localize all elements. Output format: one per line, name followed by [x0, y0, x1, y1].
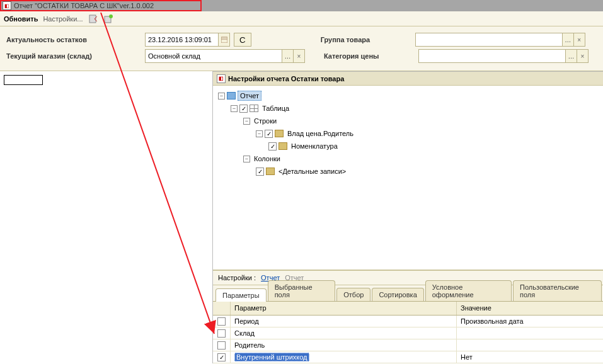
- settings-button[interactable]: Настройки...: [43, 15, 83, 23]
- refresh-button[interactable]: Обновить: [4, 15, 38, 23]
- rows-icon: [266, 168, 275, 175]
- row-param[interactable]: Период: [231, 316, 457, 327]
- group-label: Группа товара: [321, 36, 396, 43]
- tree-table[interactable]: − ✓ Таблица: [218, 102, 598, 115]
- settings-panel-title: ◧ Настройки отчета Остатки товара: [213, 72, 603, 86]
- report-output-panel: [0, 71, 213, 363]
- row-checkbox[interactable]: [217, 341, 226, 350]
- group-input[interactable]: [416, 33, 562, 46]
- action-icon-1[interactable]: [88, 14, 98, 24]
- collapse-icon[interactable]: −: [256, 130, 263, 137]
- grid-row[interactable]: Период Произвольная дата: [213, 316, 603, 327]
- svg-point-2: [109, 14, 113, 18]
- checkbox-icon[interactable]: ✓: [268, 142, 277, 151]
- row-value[interactable]: Произвольная дата: [457, 316, 603, 327]
- tree-row2-label[interactable]: Номенклатура: [289, 142, 340, 151]
- row-param[interactable]: Внутренний штрихкод: [231, 351, 457, 363]
- row-checkbox[interactable]: [217, 317, 226, 326]
- collapse-icon[interactable]: −: [218, 93, 225, 100]
- tree-col1-label[interactable]: <Детальные записи>: [277, 167, 348, 176]
- tab-filter[interactable]: Отбор: [336, 288, 370, 301]
- tab-user-fields[interactable]: Пользовательские поля: [513, 280, 602, 301]
- checkbox-icon[interactable]: ✓: [265, 130, 273, 138]
- row-value[interactable]: [457, 327, 603, 339]
- tree-col-1[interactable]: ✓ <Детальные записи>: [218, 165, 598, 178]
- rows-icon: [275, 130, 284, 137]
- tree-cols-label[interactable]: Колонки: [252, 154, 282, 163]
- tab-sort[interactable]: Сортировка: [372, 288, 423, 301]
- c-button[interactable]: С: [234, 33, 251, 47]
- tree-root[interactable]: − Отчет: [218, 89, 598, 102]
- collapse-icon[interactable]: −: [243, 156, 250, 162]
- settings-bar-label: Настройки :: [218, 274, 256, 282]
- window-version: ver.1.0.002: [120, 2, 154, 9]
- panel-icon: ◧: [217, 74, 226, 83]
- row-value[interactable]: [457, 339, 603, 351]
- grid-row[interactable]: ✓ Внутренний штрихкод Нет: [213, 351, 603, 363]
- group-input-wrap: … ×: [415, 33, 585, 47]
- price-cat-input[interactable]: [419, 50, 565, 62]
- actuality-input-wrap: [145, 33, 230, 47]
- report-cell[interactable]: [4, 75, 43, 85]
- row-checkbox[interactable]: ✓: [217, 353, 226, 361]
- params-grid: Параметр Значение Период Произвольная да…: [213, 302, 603, 363]
- table-icon: [250, 105, 258, 112]
- row-param[interactable]: Склад: [231, 327, 457, 339]
- row-value[interactable]: Нет: [457, 351, 603, 363]
- price-cat-clear-icon[interactable]: ×: [577, 50, 588, 62]
- settings-panel-title-text: Настройки отчета Остатки товара: [228, 75, 344, 82]
- price-cat-input-wrap: … ×: [418, 49, 589, 63]
- grid-row[interactable]: Склад: [213, 327, 603, 339]
- structure-tree: − Отчет − ✓ Таблица − Строки − ✓ Влад це…: [213, 86, 603, 270]
- group-clear-icon[interactable]: ×: [573, 33, 585, 46]
- price-cat-label: Категория цены: [324, 52, 399, 60]
- body-area: ◧ Настройки отчета Остатки товара − Отче…: [0, 71, 603, 363]
- actuality-input[interactable]: [146, 33, 218, 46]
- tree-root-label[interactable]: Отчет: [238, 91, 261, 101]
- tree-cols[interactable]: − Колонки: [218, 152, 598, 165]
- store-lookup-icon[interactable]: …: [282, 50, 293, 62]
- group-lookup-icon[interactable]: …: [562, 33, 573, 46]
- tree-rows-label[interactable]: Строки: [252, 117, 279, 125]
- tree-rows[interactable]: − Строки: [218, 115, 598, 127]
- filters-panel: Актуальность остатков С Группа товара … …: [0, 26, 603, 71]
- row-checkbox[interactable]: [217, 329, 226, 338]
- grid-col-check: [213, 302, 231, 315]
- store-input[interactable]: [146, 50, 282, 62]
- store-label: Текущий магазин (склад): [6, 52, 145, 60]
- report-icon: [227, 92, 236, 100]
- store-input-wrap: … ×: [145, 49, 305, 63]
- svg-rect-3: [221, 37, 227, 43]
- main-toolbar: Обновить Настройки...: [0, 11, 603, 26]
- checkbox-icon[interactable]: ✓: [239, 105, 248, 113]
- tree-row-2[interactable]: ✓ Номенклатура: [218, 140, 598, 152]
- calendar-icon[interactable]: [218, 33, 229, 46]
- grid-col-value[interactable]: Значение: [457, 302, 603, 315]
- tree-row-1[interactable]: − ✓ Влад цена.Родитель: [218, 127, 598, 140]
- grid-header: Параметр Значение: [213, 302, 603, 316]
- collapse-icon[interactable]: −: [231, 105, 238, 112]
- tree-row1-label[interactable]: Влад цена.Родитель: [285, 129, 355, 138]
- rows-icon: [279, 142, 287, 150]
- actuality-label: Актуальность остатков: [6, 36, 145, 43]
- row-param[interactable]: Родитель: [231, 339, 457, 351]
- tabs-bar: Параметры Выбранные поля Отбор Сортировк…: [213, 285, 603, 302]
- tab-selected-fields[interactable]: Выбранные поля: [268, 280, 336, 301]
- app-icon: ◧: [3, 1, 11, 10]
- action-icon-2[interactable]: [103, 14, 113, 24]
- store-clear-icon[interactable]: ×: [293, 50, 304, 62]
- window-titlebar: ◧ Отчет "ОСТАТКИ ТОВАРА С ШК" ver.1.0.00…: [0, 0, 603, 11]
- grid-row[interactable]: Родитель: [213, 339, 603, 351]
- tab-params[interactable]: Параметры: [215, 288, 267, 302]
- window-title-prefix: Отчет "ОСТАТКИ ТОВАРА С ШК": [14, 2, 120, 9]
- checkbox-icon[interactable]: ✓: [256, 168, 264, 176]
- tab-conditional[interactable]: Условное оформление: [425, 280, 512, 301]
- settings-panel: ◧ Настройки отчета Остатки товара − Отче…: [213, 71, 603, 363]
- grid-col-param[interactable]: Параметр: [231, 302, 457, 315]
- tree-table-label[interactable]: Таблица: [260, 104, 291, 113]
- price-cat-lookup-icon[interactable]: …: [565, 50, 577, 62]
- collapse-icon[interactable]: −: [243, 118, 250, 125]
